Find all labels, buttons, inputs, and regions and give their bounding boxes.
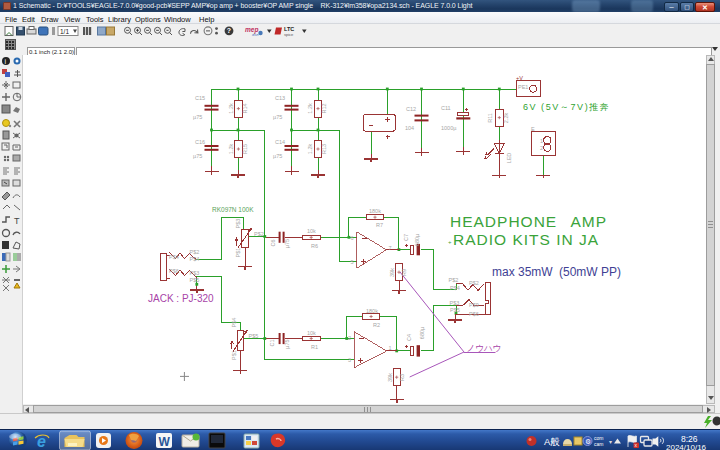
svg-text:1.2k: 1.2k — [228, 144, 234, 155]
svg-text:680µ: 680µ — [419, 326, 425, 339]
svg-text:180k: 180k — [366, 308, 378, 314]
svg-text:3: 3 — [348, 357, 351, 363]
svg-text:1: 1 — [540, 138, 543, 144]
svg-text:W: W — [159, 435, 171, 449]
svg-text:5: 5 — [351, 259, 354, 265]
svg-text:1000µ: 1000µ — [441, 125, 457, 131]
svg-text:µ75: µ75 — [284, 239, 290, 248]
svg-text:1/1: 1/1 — [60, 28, 69, 35]
svg-text:max 35mW (50mW PP): max 35mW (50mW PP) — [492, 265, 621, 279]
svg-text:P$4: P$4 — [231, 318, 237, 328]
svg-text:2024/10/16: 2024/10/16 — [666, 443, 707, 450]
svg-text:R3: R3 — [399, 374, 405, 381]
svg-text:6V (5V～7V)推奔: 6V (5V～7V)推奔 — [523, 102, 610, 112]
svg-text:1.2k: 1.2k — [307, 103, 313, 114]
svg-text:µ75: µ75 — [284, 339, 290, 348]
svg-text:+V: +V — [516, 75, 523, 81]
svg-text:P$6: P$6 — [169, 268, 179, 274]
svg-text:2.2k: 2.2k — [503, 113, 509, 124]
svg-text:P$6: P$6 — [469, 311, 479, 317]
svg-text:R6: R6 — [311, 243, 318, 249]
svg-text:P$5: P$5 — [249, 333, 259, 339]
svg-text:LED: LED — [506, 153, 512, 164]
svg-text:P$2: P$2 — [449, 277, 459, 283]
svg-text:cam: cam — [594, 441, 603, 447]
svg-text:P$4: P$4 — [190, 256, 200, 262]
svg-text:?: ? — [227, 27, 231, 34]
svg-text:R11: R11 — [487, 113, 493, 123]
svg-text:P$3: P$3 — [190, 270, 200, 276]
svg-text:JACK : PJ-320: JACK : PJ-320 — [148, 293, 214, 304]
svg-text:39k: 39k — [389, 268, 395, 277]
svg-text:C11: C11 — [441, 105, 451, 111]
svg-text:C7: C7 — [403, 234, 409, 241]
svg-text:R12: R12 — [321, 103, 327, 113]
svg-text:P$3: P$3 — [235, 219, 241, 229]
svg-text:µ75: µ75 — [193, 114, 202, 120]
svg-text:P$5: P$5 — [190, 277, 200, 283]
svg-text:P$5: P$5 — [450, 307, 460, 313]
svg-text:1: 1 — [389, 345, 392, 351]
svg-text:1.2k: 1.2k — [228, 103, 234, 114]
svg-text:1.2k: 1.2k — [307, 144, 313, 155]
svg-text:10k: 10k — [307, 228, 316, 234]
svg-text:P$2: P$2 — [190, 249, 200, 255]
svg-text:⚙: ⚙ — [585, 438, 591, 445]
svg-text:spice: spice — [284, 32, 294, 37]
svg-text:C15: C15 — [195, 95, 205, 101]
svg-text:C13: C13 — [275, 95, 285, 101]
svg-text:P$3: P$3 — [450, 300, 460, 306]
svg-text:R9: R9 — [401, 269, 407, 276]
svg-text:R7: R7 — [376, 222, 383, 228]
svg-text:R15: R15 — [242, 144, 248, 154]
svg-text:T: T — [14, 216, 20, 226]
svg-text:104: 104 — [405, 125, 414, 131]
svg-text:2: 2 — [348, 335, 351, 341]
svg-text:µ75: µ75 — [273, 153, 282, 159]
svg-text:A般: A般 — [544, 436, 560, 447]
svg-text:C14: C14 — [275, 139, 285, 145]
svg-text:R14: R14 — [242, 103, 248, 113]
svg-text:▾: ▾ — [609, 439, 612, 445]
svg-text:2: 2 — [540, 145, 543, 151]
svg-text:PE1: PE1 — [518, 84, 528, 90]
svg-text:µ75: µ75 — [193, 153, 202, 159]
svg-text:39k: 39k — [387, 373, 393, 382]
svg-text:6: 6 — [351, 235, 354, 241]
svg-text:C6: C6 — [270, 239, 276, 246]
svg-text:dsn: dsn — [252, 32, 259, 37]
svg-text:7: 7 — [389, 245, 392, 251]
svg-text:C1: C1 — [269, 339, 275, 346]
svg-text:E: E — [531, 126, 535, 132]
svg-text:ノウハウ: ノウハウ — [467, 343, 502, 353]
svg-text:µ75: µ75 — [273, 114, 282, 120]
svg-text:10k: 10k — [307, 330, 316, 336]
svg-text:P$4: P$4 — [169, 254, 179, 260]
svg-text:P$1: P$1 — [235, 248, 241, 258]
svg-text:RADIO KITS IN JA: RADIO KITS IN JA — [453, 231, 599, 248]
svg-text:C12: C12 — [406, 106, 416, 112]
svg-text:R13: R13 — [321, 144, 327, 154]
svg-text:180k: 180k — [369, 208, 381, 214]
svg-text:RK097N 100K: RK097N 100K — [212, 206, 254, 213]
svg-text:680µ: 680µ — [414, 233, 420, 246]
svg-text:P$9: P$9 — [469, 302, 479, 308]
svg-text:R1: R1 — [311, 344, 318, 350]
svg-text:+: + — [448, 239, 452, 245]
svg-text:P$2: P$2 — [469, 280, 479, 286]
svg-text:C4: C4 — [406, 334, 412, 341]
svg-text:P$1: P$1 — [231, 350, 237, 360]
svg-text:R2: R2 — [373, 322, 380, 328]
svg-text:P$2: P$2 — [254, 231, 264, 237]
svg-text:C16: C16 — [195, 139, 205, 145]
svg-text:HEADPHONE AMP: HEADPHONE AMP — [450, 213, 607, 230]
svg-text:P$4: P$4 — [450, 285, 460, 291]
